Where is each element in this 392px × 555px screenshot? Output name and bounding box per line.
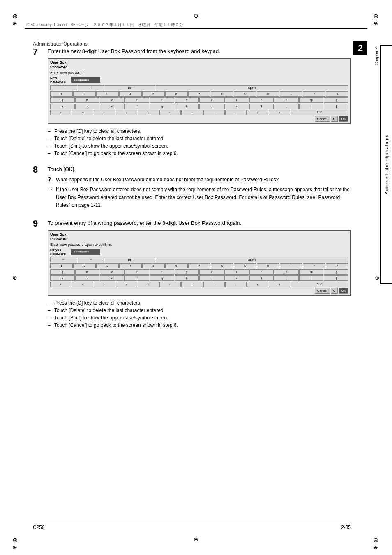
kb1-key-comma: , [203, 110, 225, 115]
kb2-key-p: p [274, 269, 299, 275]
kb2-cancel-btn[interactable]: Cancel [315, 288, 330, 294]
kb1-key-f: f [125, 104, 150, 109]
kb1-key-s: s [75, 104, 100, 109]
step-7-bullet-4: Touch [Cancel] to go back to the screen … [48, 150, 351, 157]
kb1-key-yen: ¥ [326, 91, 348, 97]
section-header: Administrator Operations [33, 41, 88, 47]
kb1-key-y: y [175, 97, 199, 103]
kb2-bottom-row: Cancel C OK [50, 288, 348, 294]
step-8-title: Touch [OK]. [48, 165, 351, 173]
kb1-key-b: b [138, 110, 159, 115]
file-info: c250_security_E.book 35 ページ ２００７年４月１１日 水… [26, 22, 183, 28]
kb1-num-row: 1 2 3 4 5 6 7 8 9 0 - ^ ¥ [50, 91, 348, 97]
step-7-number: 7 [33, 47, 48, 56]
kb2-key-1: 1 [50, 263, 73, 268]
kb1-qwerty2-row: a s d f g h j k l ; : ] [50, 104, 348, 109]
kb2-key-period: . [225, 282, 247, 287]
kb2-ok-btn[interactable]: OK [339, 288, 348, 294]
keyboard-panel-1: User BoxPassword Enter new password. New… [48, 58, 351, 125]
kb2-key-y: y [175, 269, 199, 275]
kb2-key-c: c [94, 282, 115, 287]
kb1-key-m: m [181, 110, 203, 115]
kb2-field-value: ●●●●●●●● [73, 250, 89, 254]
step-9-number: 9 [33, 219, 48, 228]
kb2-key-s: s [75, 275, 100, 281]
kb1-key-semi: ; [274, 104, 299, 109]
keyboard-panel-2: User BoxPassword Enter new password agai… [48, 230, 351, 296]
section-title: Administrator Operations [33, 41, 88, 47]
kb1-key-j: j [199, 104, 224, 109]
kb2-c-btn[interactable]: C [331, 288, 338, 294]
reg-mark-left: ⊕ [12, 274, 17, 281]
kb2-key-t: t [150, 269, 174, 275]
kb1-nav-row: ← → Del Space [50, 85, 348, 90]
kb1-key-p: p [274, 97, 299, 103]
kb1-key-minus: - [280, 91, 302, 97]
kb1-key-o: o [249, 97, 274, 103]
kb2-qwerty3-row: z x c v b n m , . / \ Shift [50, 282, 348, 287]
kb1-key-t: t [150, 97, 174, 103]
kb1-key-bracket2: ] [324, 104, 348, 109]
kb2-key-q: q [50, 269, 75, 275]
kb2-key-colon: : [299, 275, 324, 281]
kb2-key-at: @ [299, 269, 324, 275]
kb1-key-u: u [199, 97, 224, 103]
kb1-qwerty3-row: z x c v b n m , . / \ Shift [50, 110, 348, 115]
kb2-qwerty2-row: a s d f g h j k l ; : ] [50, 275, 348, 281]
kb1-key-0: 0 [257, 91, 279, 97]
reg-mark-top: ⊕ [194, 12, 198, 19]
step-8-note: ? What happens if the User Box Password … [48, 176, 351, 183]
kb2-key-semi: ; [274, 275, 299, 281]
reg-mark-tr: ⊕ [373, 12, 380, 19]
step-9-bullet-2: Touch [Delete] to delete the last charac… [48, 307, 351, 314]
kb2-key-x: x [72, 282, 93, 287]
kb2-key-v: v [116, 282, 137, 287]
kb2-key-m: m [181, 282, 203, 287]
kb1-key-7: 7 [188, 91, 211, 97]
kb2-key-space: Space [156, 257, 348, 262]
kb1-header: User BoxPassword [50, 60, 348, 70]
question-icon: ? [48, 176, 53, 183]
chapter-num-box: 2 [353, 41, 367, 55]
kb2-key-caret: ^ [303, 263, 325, 268]
kb1-cancel-btn[interactable]: Cancel [315, 116, 330, 122]
kb2-field-label: RetypePassword [50, 248, 70, 256]
main-content: 7 Enter the new 8-digit User Box Passwor… [33, 47, 351, 337]
kb2-key-9: 9 [234, 263, 256, 268]
kb1-key-right: → [78, 85, 105, 90]
step-7-content: Enter the new 8-digit User Box Password … [48, 47, 351, 160]
footer-page: 2-35 [341, 525, 351, 530]
step-8-content: Touch [OK]. ? What happens if the User B… [48, 165, 351, 214]
kb1-c-btn[interactable]: C [331, 116, 338, 122]
kb2-key-w: w [75, 269, 100, 275]
kb1-key-r: r [125, 97, 150, 103]
kb1-key-delete: Del [105, 85, 155, 90]
kb1-key-n: n [159, 110, 181, 115]
kb2-key-h: h [175, 275, 199, 281]
step-9-content: To prevent entry of a wrong password, en… [48, 219, 351, 332]
kb2-key-7: 7 [188, 263, 211, 268]
kb2-key-2: 2 [73, 263, 96, 268]
kb2-subtitle: Enter new password again to confirm. [50, 243, 348, 247]
kb1-key-shift: Shift [291, 110, 348, 115]
kb1-key-q: q [50, 97, 75, 103]
kb2-key-slash: / [247, 282, 268, 287]
kb1-bottom-row: Cancel C OK [50, 116, 348, 122]
step-7: 7 Enter the new 8-digit User Box Passwor… [33, 47, 351, 160]
kb2-key-r: r [125, 269, 150, 275]
kb1-ok-btn[interactable]: OK [339, 116, 348, 122]
chapter-label: Chapter 2 [374, 47, 379, 65]
step-7-bullet-3: Touch [Shift] to show the upper case/sym… [48, 142, 351, 150]
kb1-key-1: 1 [50, 91, 73, 97]
step-9-bullet-4: Touch [Cancel] to go back to the screen … [48, 321, 351, 329]
kb1-key-c: c [94, 110, 115, 115]
step-8-number: 8 [33, 165, 48, 174]
kb2-key-4: 4 [119, 263, 142, 268]
arrow-icon: → [48, 186, 53, 192]
chapter-number: 2 [358, 43, 363, 53]
kb1-key-left: ← [50, 85, 77, 90]
kb1-key-w: w [75, 97, 100, 103]
kb1-key-period: . [225, 110, 247, 115]
side-tab-label: Administrator Operations [384, 134, 389, 194]
reg-mark-right: ⊕ [375, 274, 380, 281]
